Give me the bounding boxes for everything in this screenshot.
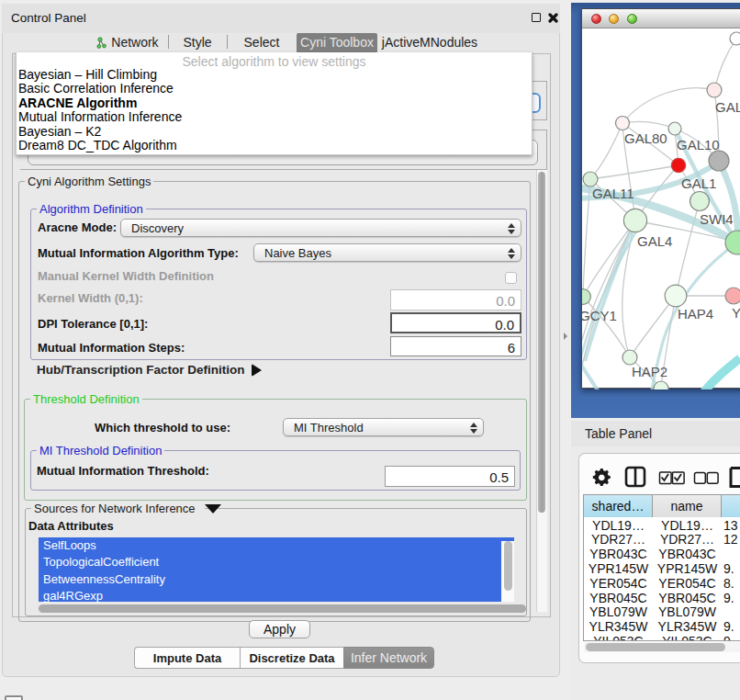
svg-text:SWI4: SWI4: [700, 211, 734, 227]
svg-text:GAL10: GAL10: [677, 137, 720, 152]
svg-text:GAL: GAL: [715, 99, 740, 115]
svg-text:GCY1: GCY1: [582, 308, 617, 323]
svg-text:GAL1: GAL1: [681, 175, 716, 191]
svg-text:GAL80: GAL80: [624, 130, 667, 146]
svg-text:HAP2: HAP2: [632, 364, 667, 379]
svg-text:GAL11: GAL11: [592, 186, 634, 201]
svg-text:Y: Y: [732, 305, 740, 321]
svg-text:GAL4: GAL4: [637, 233, 672, 249]
svg-text:HAP4: HAP4: [678, 306, 713, 322]
